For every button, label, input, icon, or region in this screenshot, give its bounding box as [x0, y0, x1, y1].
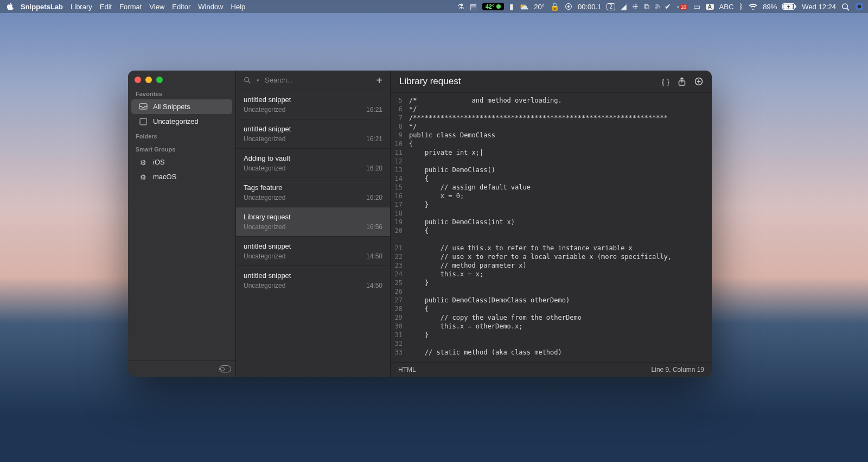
svg-rect-8 [140, 118, 146, 125]
language-label[interactable]: HTML [398, 366, 416, 374]
spotlight-icon[interactable] [841, 3, 850, 11]
menu-window[interactable]: Window [198, 3, 223, 11]
traffic-lights [128, 71, 235, 86]
snippet-time: 16:21 [366, 135, 382, 143]
menu-format[interactable]: Format [119, 3, 142, 11]
app-name[interactable]: SnippetsLab [21, 3, 63, 11]
snippet-time: 16:20 [366, 194, 382, 201]
sidebar-item-uncategorized[interactable]: Uncategorized [131, 114, 232, 129]
flask-icon[interactable]: ⚗ [457, 2, 464, 11]
snippet-category: Uncategorized [244, 282, 285, 289]
svg-line-4 [847, 8, 849, 10]
menu-edit[interactable]: Edit [100, 3, 112, 11]
add-fragment-button[interactable] [694, 77, 703, 86]
weather-temp[interactable]: 20° [534, 3, 545, 11]
sidebar-toggle[interactable] [219, 365, 231, 372]
menu-library[interactable]: Library [71, 3, 92, 11]
snippet-time: 16:56 [366, 223, 382, 231]
cursor-status: Line 9, Column 19 [652, 366, 704, 374]
battery-pct[interactable]: 89% [763, 3, 777, 11]
cpu-temp-badge[interactable]: 42° [482, 3, 505, 10]
snippet-category: Uncategorized [244, 164, 285, 172]
code-text[interactable]: /* and method overloading. */ /*********… [406, 93, 712, 362]
chevron-down-icon[interactable]: ▾ [257, 78, 259, 83]
weather-icon[interactable]: ⛅ [519, 2, 528, 11]
sidebar-item-all-snippets[interactable]: All Snippets [131, 99, 232, 114]
sidebar-item-macos[interactable]: ⚙ macOS [131, 169, 232, 184]
wifi-icon[interactable] [749, 3, 757, 10]
snippet-row[interactable]: untitled snippet Uncategorized16:21 [236, 90, 390, 119]
windows-count[interactable]: 2 [607, 3, 615, 10]
siri-icon[interactable] [855, 2, 864, 11]
snippet-title: Tags feature [244, 183, 382, 192]
camera-icon[interactable]: ⎚ [655, 2, 659, 11]
svg-point-9 [245, 77, 249, 81]
search-row: ▾ + [236, 71, 390, 90]
search-icon[interactable] [244, 77, 251, 84]
bluetooth-icon[interactable]: ᛒ [739, 2, 743, 11]
menu-editor[interactable]: Editor [172, 3, 190, 11]
dropbox-icon[interactable]: ⧉ [644, 2, 649, 11]
cluster-icon[interactable]: ⁜ [632, 2, 639, 11]
menubar: SnippetsLab Library Edit Format View Edi… [0, 0, 868, 13]
snippet-row[interactable]: Tags feature Uncategorized16:20 [236, 178, 390, 207]
snippet-list-panel: ▾ + untitled snippet Uncategorized16:21u… [236, 71, 391, 377]
snippet-category: Uncategorized [244, 252, 285, 260]
snippet-row[interactable]: Adding to vault Uncategorized16:20 [236, 149, 390, 178]
snippet-time: 16:21 [366, 106, 382, 113]
snippet-time: 16:20 [366, 164, 382, 172]
add-snippet-button[interactable]: + [376, 77, 382, 84]
timer[interactable]: 00:00.1 [578, 3, 601, 11]
snippet-row[interactable]: untitled snippet Uncategorized14:50 [236, 266, 390, 295]
snippet-list[interactable]: untitled snippet Uncategorized16:21untit… [236, 90, 390, 377]
airplay-icon[interactable]: ▭ [693, 2, 700, 11]
line-gutter: 5 6 7 8 9 10 11 12 13 14 15 16 17 18 19 … [391, 93, 406, 362]
clock[interactable]: Wed 12:24 [802, 3, 836, 11]
dongle-icon[interactable]: ▮ [509, 2, 514, 11]
smart-groups-header: Smart Groups [128, 142, 235, 155]
snippet-title: untitled snippet [244, 242, 382, 250]
svg-rect-1 [795, 5, 796, 8]
snippet-row[interactable]: untitled snippet Uncategorized16:21 [236, 119, 390, 149]
gear-icon: ⚙ [139, 173, 148, 181]
square-icon [139, 118, 148, 125]
favorites-header: Favorites [128, 86, 235, 99]
search-input[interactable] [265, 76, 371, 84]
check-icon[interactable]: ✔ [665, 2, 671, 11]
share-icon[interactable] [678, 77, 686, 86]
app-window: Favorites All Snippets Uncategorized Fol… [128, 71, 712, 377]
svg-point-6 [858, 5, 861, 9]
caps-icon[interactable]: A [706, 4, 714, 10]
svg-point-3 [843, 3, 847, 8]
braces-icon[interactable]: { } [662, 77, 669, 86]
snippet-row[interactable]: untitled snippet Uncategorized14:50 [236, 237, 390, 266]
sidebar-item-label: Uncategorized [153, 117, 199, 125]
close-button[interactable] [135, 77, 141, 83]
editor-title[interactable]: Library request [399, 76, 662, 87]
zoom-button[interactable] [156, 77, 163, 83]
snippet-time: 14:50 [366, 282, 382, 289]
editor-panel: Library request { } 5 6 7 8 9 10 11 12 1… [391, 71, 712, 377]
battery-icon[interactable] [782, 3, 796, 10]
minimize-button[interactable] [145, 77, 152, 83]
sidebar-item-label: macOS [153, 173, 176, 181]
menu-help[interactable]: Help [231, 3, 246, 11]
code-area[interactable]: 5 6 7 8 9 10 11 12 13 14 15 16 17 18 19 … [391, 93, 712, 362]
notif-icon[interactable]: ◦10 [676, 2, 688, 11]
apple-icon[interactable] [7, 3, 15, 10]
sidebar-item-ios[interactable]: ⚙ iOS [131, 155, 232, 169]
editor-header: Library request { } [391, 71, 712, 93]
gear-icon: ⚙ [139, 159, 148, 166]
sidebar: Favorites All Snippets Uncategorized Fol… [128, 71, 236, 377]
menu-view[interactable]: View [149, 3, 164, 11]
tray-icon [139, 103, 148, 111]
record-icon[interactable]: ⦿ [565, 2, 572, 11]
editor-footer: HTML Line 9, Column 19 [391, 362, 712, 377]
folders-header: Folders [128, 129, 235, 142]
snippet-row[interactable]: Library request Uncategorized16:56 [236, 207, 390, 237]
doc-icon[interactable]: ▤ [470, 2, 477, 11]
input-lang[interactable]: ABC [719, 3, 734, 11]
snippet-category: Uncategorized [244, 106, 285, 113]
lock-icon[interactable]: 🔒 [550, 2, 559, 11]
triangle-icon[interactable]: ◢ [621, 2, 627, 11]
